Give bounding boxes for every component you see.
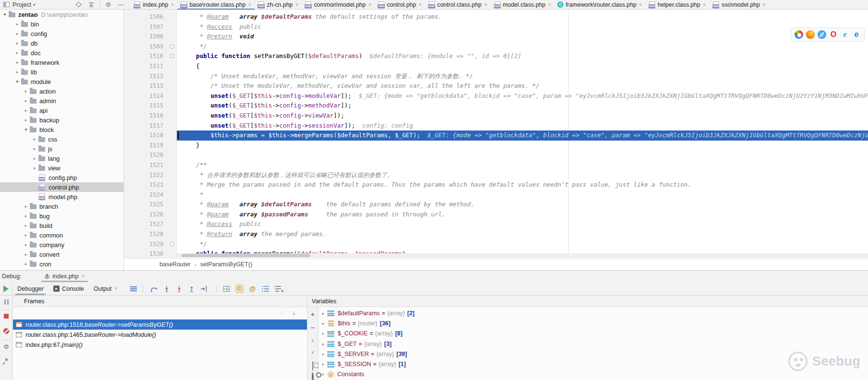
step-out-icon[interactable] (187, 285, 196, 293)
editor-tab[interactable]: Cframework\router.class.php× (554, 0, 646, 10)
move-down-icon[interactable]: ▼ (307, 350, 318, 355)
chevron-right-icon[interactable]: ▸ (31, 166, 38, 170)
code-line[interactable]: 1515 unset($_GET[$this->config->methodVa… (124, 101, 868, 111)
horizontal-scrollbar[interactable] (177, 253, 868, 258)
variable-row[interactable]: ▸$_SESSION={array}[1] (319, 359, 868, 369)
chevron-right-icon[interactable]: ▸ (22, 233, 30, 238)
line-number[interactable]: 1510 (124, 51, 169, 61)
close-icon[interactable]: × (368, 1, 371, 8)
variable-row[interactable]: ▸cConstants (319, 369, 868, 380)
code-line[interactable]: 1522 * 合并请求的参数和默认参数，这样就可以省略已经有默认值的参数了. (124, 170, 868, 180)
tree-item-convert[interactable]: ▸convert (0, 249, 123, 259)
evaluate-expression-icon[interactable] (223, 286, 230, 292)
code-line[interactable]: 1525 * @param array $defaultParams the d… (124, 200, 868, 210)
tab-debugger[interactable]: Debugger (12, 282, 49, 295)
tree-item-module[interactable]: ▾module (0, 77, 123, 86)
chevron-right-icon[interactable]: ▸ (22, 242, 30, 247)
code-line[interactable]: 1516 unset($_GET[$this->config->viewVar]… (124, 111, 868, 121)
chevron-right-icon[interactable]: ▸ (31, 146, 38, 151)
editor-tab[interactable]: index.php× (131, 0, 177, 10)
step-over-icon[interactable] (150, 285, 159, 293)
line-number[interactable]: 1506 (124, 12, 169, 22)
chevron-right-icon[interactable]: ▸ (22, 223, 30, 228)
tree-item-cron[interactable]: ▸cron (0, 259, 123, 269)
add-watch-icon[interactable]: + (307, 310, 318, 318)
code-line[interactable]: 1514 unset($_GET[$this->config->moduleVa… (124, 91, 868, 101)
locate-file-icon[interactable] (75, 1, 82, 8)
editor-tab[interactable]: common\model.php× (302, 0, 375, 10)
line-number[interactable]: 1523 (124, 180, 169, 190)
project-panel-title[interactable]: Project (12, 1, 31, 8)
chevron-right-icon[interactable]: ▸ (22, 108, 30, 113)
line-number[interactable]: 1520 (124, 150, 169, 160)
tree-root-row[interactable]: ▾zentaoD:\xampp\zentao (0, 10, 123, 19)
pin-tab-icon[interactable] (0, 357, 12, 361)
code-line[interactable]: 1513 /* Unset the moduleVar, methodVar, … (124, 81, 868, 91)
variable-row[interactable]: ▸$_SERVER={array}[39] (319, 349, 868, 359)
variable-row[interactable]: ▸$_COOKIE={array}[8] (319, 329, 868, 339)
breadcrumb-method[interactable]: setParamsByGET() (200, 261, 252, 268)
line-number[interactable]: 1522 (124, 170, 169, 180)
code-line[interactable]: 1511 { (124, 61, 868, 71)
tree-item-company[interactable]: ▸company (0, 240, 123, 249)
fold-marker-icon[interactable] (170, 54, 174, 58)
code-line[interactable]: 1527 * @access public (124, 219, 868, 229)
tree-item-framework[interactable]: ▸framework (0, 58, 123, 67)
collapse-all-icon[interactable] (88, 2, 94, 8)
code-line[interactable]: 1518 $this->params = $this->mergeParams(… (124, 131, 868, 141)
hide-panel-icon[interactable]: — (118, 1, 124, 8)
fold-marker-icon[interactable] (170, 242, 174, 246)
tree-item-block[interactable]: ▾block (0, 125, 123, 134)
pause-program-icon[interactable] (0, 299, 12, 305)
tree-item-bug[interactable]: ▸bug (0, 211, 123, 221)
chevron-right-icon[interactable]: ▸ (22, 214, 30, 218)
code-line[interactable]: 1528 * @return array the merged params. (124, 229, 868, 239)
close-icon[interactable]: × (248, 1, 251, 8)
view-breakpoints-icon[interactable] (0, 328, 12, 334)
tab-output[interactable]: Output × (89, 282, 122, 295)
tree-item-js[interactable]: ▸js (0, 144, 123, 154)
tree-item-view[interactable]: ▸view (0, 163, 123, 173)
edge-icon[interactable]: e (852, 30, 861, 39)
add-to-watches-icon[interactable] (275, 285, 282, 292)
breadcrumb-class[interactable]: baseRouter (159, 261, 191, 268)
chevron-right-icon[interactable]: ▸ (319, 331, 328, 336)
code-line[interactable]: 1523 * Merge the params passed in and th… (124, 180, 868, 190)
chevron-right-icon[interactable]: ▸ (13, 70, 21, 74)
code-editor[interactable]: 1506 * @param array $defaultParams the d… (124, 10, 868, 258)
chevron-right-icon[interactable]: ▸ (22, 261, 30, 266)
tree-item-api[interactable]: ▸api (0, 106, 123, 115)
chevron-right-icon[interactable]: ▸ (13, 50, 21, 55)
code-line[interactable]: 1520 (124, 150, 868, 160)
stack-frame-row[interactable]: router.class.php:1518, baseRouter->setPa… (13, 320, 307, 330)
chevron-right-icon[interactable]: ▸ (319, 311, 328, 316)
code-line[interactable]: 1510 public function setParamsByGET($def… (124, 51, 868, 61)
horizontal-scrollbar-thumb[interactable] (182, 254, 310, 257)
editor-tab[interactable]: sso\model.php× (709, 0, 769, 10)
chevron-right-icon[interactable]: ▸ (31, 137, 38, 142)
force-step-into-icon[interactable] (175, 285, 183, 293)
tree-item-branch[interactable]: ▸branch (0, 202, 123, 211)
debug-session-tab[interactable]: index.php × (41, 271, 87, 282)
move-up-icon[interactable]: ▲ (307, 338, 318, 343)
tree-item-doc[interactable]: ▸doc (0, 48, 123, 58)
code-line[interactable]: 1526 * @param array $passedParams the pa… (124, 210, 868, 220)
code-line[interactable]: 1508 * @return void (124, 32, 868, 42)
editor-tab[interactable]: helper.class.php× (646, 0, 709, 10)
tab-console[interactable]: ▸ Console (49, 282, 89, 295)
close-icon[interactable]: × (762, 1, 766, 8)
line-number[interactable]: 1525 (124, 200, 169, 210)
code-line[interactable]: 1529 */ (124, 239, 868, 249)
close-icon[interactable]: × (295, 1, 298, 8)
gear-icon[interactable]: ⚙ (105, 1, 111, 8)
chevron-down-icon[interactable]: ▾ (1, 12, 9, 17)
code-line[interactable]: 1519 } (124, 141, 868, 151)
stack-frame-row[interactable]: router.class.php:1465, baseRouter->loadM… (13, 330, 307, 340)
close-icon[interactable]: × (114, 285, 117, 292)
debugger-settings-icon[interactable]: ⚙ (0, 344, 12, 350)
tree-item-lib[interactable]: ▸lib (0, 67, 123, 77)
close-icon[interactable]: × (82, 273, 85, 280)
line-number[interactable]: 1508 (124, 32, 169, 42)
line-number[interactable]: 1518 (124, 131, 169, 141)
editor-tab[interactable]: control.class.php× (425, 0, 490, 10)
